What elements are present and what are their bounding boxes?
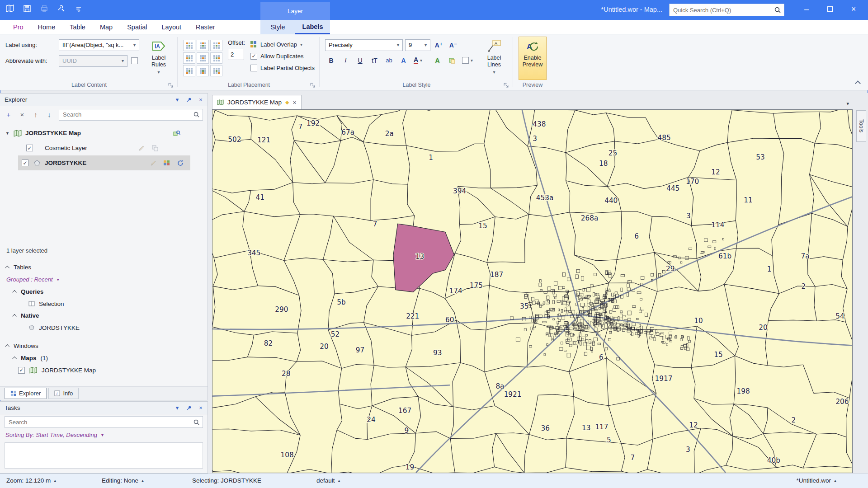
placement-middle-right-button[interactable] — [210, 52, 222, 64]
close-tab-icon[interactable]: × — [293, 99, 297, 106]
tab-raster[interactable]: Raster — [189, 20, 222, 34]
tab-spatial[interactable]: Spatial — [120, 20, 154, 34]
placement-center-button[interactable] — [197, 52, 209, 64]
explorer-search-input[interactable] — [63, 111, 193, 118]
close-panel-icon[interactable]: × — [198, 97, 204, 103]
tab-info[interactable]: i Info — [48, 388, 79, 399]
label-rules-button[interactable]: iA Label Rules ▾ — [145, 37, 173, 80]
tasks-sorting-button[interactable]: Sorting By: Start Time, Descending ▾ — [0, 430, 208, 440]
tab-style[interactable]: Style — [260, 20, 295, 34]
close-button[interactable]: × — [842, 0, 865, 18]
print-icon[interactable] — [39, 3, 50, 14]
zoom-layers-icon[interactable] — [173, 130, 180, 137]
section-tables[interactable]: Tables — [0, 261, 208, 273]
close-panel-icon[interactable]: × — [198, 405, 204, 411]
move-down-icon[interactable]: ↓ — [45, 111, 53, 119]
section-windows[interactable]: Windows — [0, 340, 208, 352]
tab-labels[interactable]: Labels — [295, 20, 330, 34]
label-partial-objects-checkbox[interactable] — [250, 65, 257, 71]
maximize-button[interactable] — [818, 0, 842, 18]
document-tab-jordstykke-map[interactable]: JORDSTYKKE Map ◆ × — [212, 95, 302, 109]
grouped-recent-button[interactable]: Grouped : Recent ▾ — [0, 273, 208, 286]
pin-icon[interactable] — [186, 405, 192, 411]
italic-button[interactable]: I — [340, 54, 352, 66]
tab-pro[interactable]: Pro — [6, 20, 30, 34]
cosmetic-layer-checkbox[interactable]: ✓ — [26, 145, 33, 151]
tasks-search[interactable] — [5, 416, 203, 428]
add-layer-icon[interactable]: + — [5, 111, 13, 119]
label-using-combo[interactable]: IIF(Area(Object, "sq k... ▾ — [59, 39, 139, 51]
section-maps[interactable]: Maps (1) — [0, 352, 208, 364]
abbreviate-checkbox[interactable] — [131, 57, 138, 64]
all-caps-button[interactable]: ab — [383, 54, 395, 66]
placement-bottom-right-button[interactable] — [210, 65, 222, 76]
explorer-search[interactable] — [59, 109, 203, 121]
map-render[interactable]: 502121719267a2a4383485125185312170394414… — [212, 110, 852, 473]
text-color-button[interactable]: A ▾ — [412, 54, 424, 66]
tab-map[interactable]: Map — [93, 20, 119, 34]
expander-icon[interactable]: ▼ — [5, 131, 10, 136]
tree-node-map[interactable]: ▼ JORDSTYKKE Map — [0, 126, 208, 141]
tasks-search-input[interactable] — [9, 419, 193, 426]
label-overlap-button[interactable]: Label Overlap ▾ — [250, 38, 315, 50]
move-up-icon[interactable]: ↑ — [32, 111, 40, 119]
bold-button[interactable]: B — [325, 54, 337, 66]
search-icon[interactable] — [193, 419, 200, 426]
zoom-status-button[interactable]: Zoom: 12.120 m ▴ — [6, 477, 56, 484]
jordstykke-layer-checkbox[interactable]: ✓ — [22, 160, 28, 166]
tab-home[interactable]: Home — [31, 20, 62, 34]
search-icon[interactable] — [193, 111, 200, 118]
shrink-font-button[interactable]: A⁻ — [447, 39, 459, 51]
underline-button[interactable]: U — [354, 54, 366, 66]
tab-explorer[interactable]: Explorer — [5, 388, 47, 399]
offset-input[interactable] — [228, 49, 244, 60]
label-lines-button[interactable]: A Label Lines ▾ — [480, 37, 508, 80]
font-size-combo[interactable]: 9 ▾ — [405, 39, 430, 51]
auto-label-icon[interactable] — [177, 160, 184, 167]
editing-status-button[interactable]: Editing: None ▴ — [102, 477, 144, 484]
tab-layout[interactable]: Layout — [155, 20, 189, 34]
selecting-status-button[interactable]: Selecting: JORDSTYKKE — [192, 477, 261, 484]
background-style-button[interactable]: ▾ — [460, 54, 475, 66]
placement-top-left-button[interactable] — [183, 40, 195, 51]
tab-table[interactable]: Table — [63, 20, 92, 34]
layer-row-cosmetic[interactable]: ✓ Cosmetic Layer — [0, 141, 208, 155]
tools-side-tab[interactable]: Tools — [856, 110, 866, 142]
dialog-launcher-icon[interactable] — [168, 82, 174, 88]
layer-properties-icon[interactable] — [151, 145, 159, 152]
map-window-checkbox[interactable]: ✓ — [18, 367, 25, 374]
open-map-icon[interactable] — [5, 3, 15, 14]
grow-font-button[interactable]: A⁺ — [433, 39, 445, 51]
edit-style-icon[interactable] — [138, 145, 145, 152]
placement-top-right-button[interactable] — [210, 40, 222, 51]
customize-qat-icon[interactable] — [73, 3, 84, 14]
placement-middle-left-button[interactable] — [183, 52, 195, 64]
placement-top-center-button[interactable] — [197, 40, 209, 51]
pin-icon[interactable] — [186, 97, 192, 103]
callout-style-button[interactable] — [446, 54, 458, 66]
map-canvas[interactable]: 502121719267a2a4383485125185312170394414… — [212, 109, 853, 473]
search-icon[interactable] — [774, 6, 781, 14]
abbreviate-combo[interactable]: UUID ▾ — [59, 55, 127, 67]
layer-row-jordstykke[interactable]: ✓ JORDSTYKKE — [18, 155, 190, 170]
quick-search[interactable] — [669, 4, 784, 16]
panel-menu-icon[interactable]: ▾ — [174, 405, 180, 411]
native-item-jordstykke[interactable]: JORDSTYKKE — [0, 322, 208, 333]
placement-bottom-left-button[interactable] — [183, 65, 195, 76]
allow-duplicates-checkbox[interactable]: ✓ — [250, 53, 257, 60]
font-name-combo[interactable]: Precisely ▾ — [325, 39, 403, 51]
dialog-launcher-icon[interactable] — [503, 82, 509, 88]
section-queries[interactable]: Queries — [0, 286, 208, 298]
query-item-selection[interactable]: Selection — [0, 298, 208, 310]
enable-preview-button[interactable]: A Enable Preview — [519, 37, 547, 80]
dialog-launcher-icon[interactable] — [310, 82, 316, 88]
quick-search-input[interactable] — [673, 7, 774, 14]
style-status-button[interactable]: default ▴ — [316, 477, 340, 484]
change-case-button[interactable]: tT — [368, 54, 381, 66]
section-native[interactable]: Native — [0, 310, 208, 322]
placement-bottom-center-button[interactable] — [197, 65, 209, 76]
edit-style-icon[interactable] — [150, 160, 157, 167]
collapse-ribbon-icon[interactable] — [855, 80, 861, 86]
tool-extensions-icon[interactable] — [56, 3, 67, 14]
remove-layer-icon[interactable]: × — [18, 111, 26, 119]
